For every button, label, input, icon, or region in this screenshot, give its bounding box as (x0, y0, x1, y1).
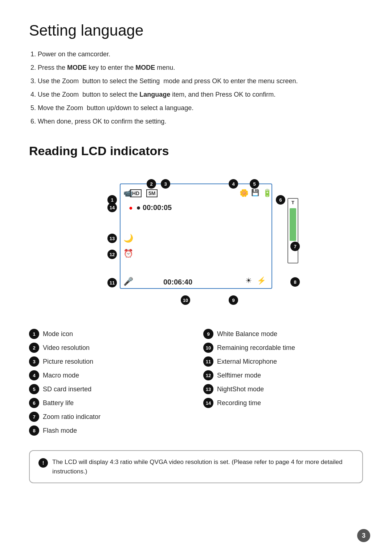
indicator-label-5: SD card inserted (43, 386, 91, 393)
lcd-diagram-wrapper: 1 📹 2 HD 3 5M 4 🌼 5 💾 6 🔋 ● ● 00:00:05 1… (29, 169, 363, 314)
ind-badge-13: 13 (203, 384, 213, 394)
indicator-item-1: 1 Mode icon (29, 329, 189, 339)
ind-badge-9: 9 (203, 329, 213, 339)
section2-title: Reading LCD indicators (29, 144, 363, 158)
indicator-label-2: Video resolution (43, 344, 90, 352)
badge-9: 9 (229, 295, 238, 305)
badge-11: 11 (107, 278, 117, 287)
note-icon: ! (38, 458, 48, 468)
indicator-item-14: 14 Recording time (203, 398, 363, 408)
remaining-time-display: 00:06:40 (163, 278, 192, 286)
indicator-item-10: 10 Remaining recordable time (203, 343, 363, 353)
zoom-t-label: T (291, 200, 294, 205)
badge-13: 13 (107, 234, 117, 243)
indicator-item-13: 13 NightShot mode (203, 384, 363, 394)
badge-14: 14 (107, 203, 117, 212)
indicator-label-1: Mode icon (43, 330, 73, 338)
ind-badge-7: 7 (29, 412, 39, 422)
indicator-label-8: Flash mode (43, 427, 77, 435)
badge-5: 5 (250, 179, 259, 189)
ind-badge-12: 12 (203, 370, 213, 380)
indicator-item-5: 5 SD card inserted (29, 384, 189, 394)
indicator-label-6: Battery life (43, 399, 74, 407)
badge-10: 10 (181, 295, 190, 305)
camera-screen (120, 183, 272, 289)
note-text: The LCD will display 4:3 ratio while QVG… (52, 457, 354, 476)
indicator-label-12: Selftimer mode (217, 372, 261, 379)
zoom-bar-fill (290, 208, 296, 241)
flash-icon: ⚡ (257, 276, 266, 285)
battery-icon: 🔋 (263, 189, 272, 197)
ind-badge-8: 8 (29, 425, 39, 436)
indicator-item-8: 8 Flash mode (29, 425, 189, 436)
ind-badge-5: 5 (29, 384, 39, 394)
nightshot-icon: 🌙 (123, 234, 133, 243)
ind-badge-2: 2 (29, 343, 39, 353)
badge-2: 2 (147, 179, 156, 189)
fivem-label: 5M (146, 189, 158, 197)
ind-badge-11: 11 (203, 356, 213, 367)
rec-time: ● 00:00:05 (136, 203, 172, 211)
badge-4: 4 (229, 179, 238, 189)
page-number: 3 (357, 529, 370, 542)
indicator-item-3: 3 Picture resolution (29, 356, 189, 367)
ind-badge-10: 10 (203, 343, 213, 353)
sun-icon: ☀ (245, 276, 252, 285)
page-title: Setting language (29, 22, 363, 39)
indicator-label-7: Zoom ratio indicator (43, 413, 101, 421)
indicator-label-14: Recording time (217, 399, 261, 407)
indicator-item-7: 7 Zoom ratio indicator (29, 412, 189, 422)
recording-time-display: ● ● 00:00:05 (129, 203, 172, 212)
indicator-item-2: 2 Video resolution (29, 343, 189, 353)
step-1: 1. Power on the camcorder. (29, 49, 363, 59)
mic-icon: 🎤 (123, 277, 133, 286)
indicators-grid: 1 Mode icon 9 White Balance mode 2 Video… (29, 329, 363, 436)
indicator-item-9: 9 White Balance mode (203, 329, 363, 339)
indicator-label-4: Macro mode (43, 372, 79, 379)
lcd-diagram: 1 📹 2 HD 3 5M 4 🌼 5 💾 6 🔋 ● ● 00:00:05 1… (73, 169, 319, 314)
step-2: 2. Press the MODE key to enter the MODE … (29, 63, 363, 73)
badge-12: 12 (107, 250, 117, 259)
ind-badge-4: 4 (29, 370, 39, 380)
badge-6: 6 (276, 195, 285, 205)
step-6: 6. When done, press OK to confirm the se… (29, 117, 363, 126)
sd-card-icon: 💾 (251, 189, 259, 197)
indicator-label-3: Picture resolution (43, 358, 93, 366)
indicator-item-4: 4 Macro mode (29, 370, 189, 380)
rec-dot: ● (129, 204, 133, 211)
ind-badge-1: 1 (29, 329, 39, 339)
step-4: 4. Use the Zoom button to select the Lan… (29, 90, 363, 100)
steps-list: 1. Power on the camcorder. 2. Press the … (29, 49, 363, 126)
ind-badge-6: 6 (29, 398, 39, 408)
macro-icon: 🌼 (240, 189, 249, 197)
badge-7: 7 (290, 242, 300, 251)
indicator-label-13: NightShot mode (217, 386, 264, 393)
indicator-label-11: External Microphone (217, 358, 277, 366)
note-box: ! The LCD will display 4:3 ratio while Q… (29, 450, 363, 483)
ind-badge-14: 14 (203, 398, 213, 408)
ind-badge-3: 3 (29, 356, 39, 367)
indicator-label-10: Remaining recordable time (217, 344, 295, 352)
badge-3: 3 (161, 179, 170, 189)
indicator-label-9: White Balance mode (217, 330, 277, 338)
selftimer-icon: ⏰ (123, 249, 133, 258)
badge-8: 8 (290, 277, 300, 287)
zoom-bar: T W (287, 198, 298, 263)
indicator-item-6: 6 Battery life (29, 398, 189, 408)
indicator-item-11: 11 External Microphone (203, 356, 363, 367)
step-3: 3. Use the Zoom button to select the Set… (29, 76, 363, 86)
indicator-item-12: 12 Selftimer mode (203, 370, 363, 380)
step-5: 5. Move the Zoom button up/down to selec… (29, 103, 363, 113)
hd-label: HD (130, 189, 142, 197)
